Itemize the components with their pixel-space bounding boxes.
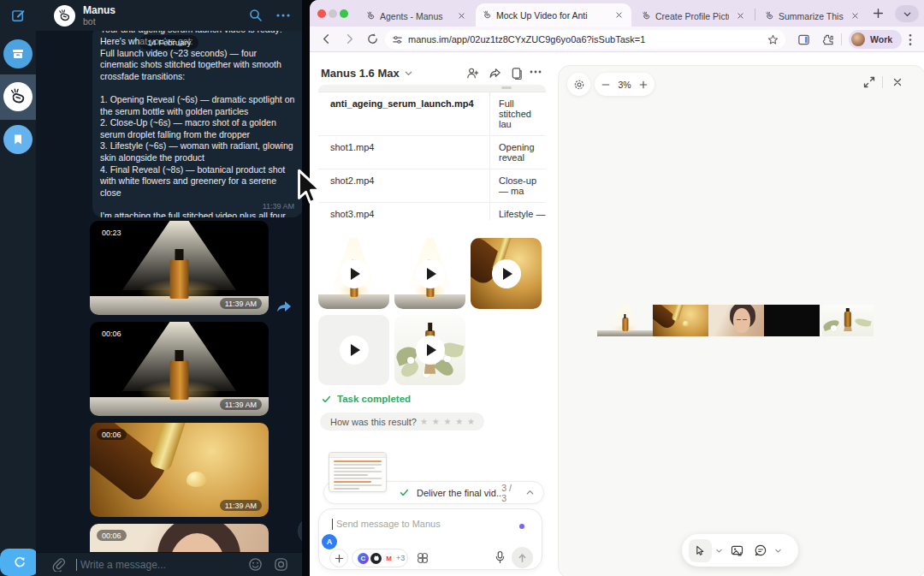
play-icon[interactable] (340, 336, 369, 365)
manus-message-input[interactable] (335, 518, 506, 530)
connectors-chip[interactable]: C M +3 (352, 549, 408, 567)
zoom-in-icon[interactable] (639, 80, 648, 89)
add-attachment-button[interactable] (329, 549, 348, 567)
filmstrip-frame-1[interactable] (597, 305, 653, 336)
terminal-snippet-thumb[interactable] (329, 452, 387, 492)
tab-strip: Agents - Manus Mock Up Video for Anti Cr… (310, 0, 924, 27)
extensions-puzzle-icon[interactable] (821, 33, 834, 46)
filmstrip-frame-4[interactable] (764, 305, 820, 336)
omnibox[interactable]: manus.im/app/02uz1tz8CYxZUC9g6yo0a6?isSu… (385, 30, 785, 49)
forward-icon[interactable] (343, 33, 356, 45)
sidebar-item-manus-chat[interactable] (3, 82, 33, 111)
side-panel-icon[interactable] (797, 33, 810, 46)
tab-create-profile-pictures[interactable]: Create Profile Pictures (635, 5, 753, 27)
video-thumb-shot1[interactable] (394, 238, 465, 309)
tab-search-button[interactable] (895, 5, 919, 22)
bookmark-star-icon[interactable] (767, 34, 779, 45)
filmstrip-frame-3[interactable] (708, 305, 764, 336)
video-thumb-shot2[interactable] (471, 238, 542, 309)
close-window-button[interactable] (317, 9, 326, 18)
text-caret (76, 559, 77, 571)
session-title[interactable]: Manus 1.6 Max (321, 67, 413, 80)
saved-messages-avatar[interactable] (3, 125, 33, 154)
message-cut-line: Your anti-ageing serum launch video is r… (100, 30, 295, 36)
video-message-1[interactable]: 00:23 11:39 AM (90, 221, 269, 315)
play-icon[interactable] (492, 259, 521, 288)
comment-tool-button[interactable] (750, 539, 771, 562)
reload-icon[interactable] (366, 33, 379, 45)
collaborator-badge: A (322, 534, 337, 549)
task-status: Task completed (322, 394, 411, 404)
cursor-tool-chevron[interactable] (715, 547, 723, 555)
video-filmstrip[interactable] (597, 305, 874, 336)
video-message-3[interactable]: 00:06 11:39 AM (90, 423, 269, 517)
zoom-control: 3% (595, 73, 654, 96)
table-scrollbar[interactable] (501, 86, 512, 89)
new-tab-icon[interactable] (873, 8, 884, 19)
check-icon (322, 395, 331, 404)
fullscreen-icon[interactable] (863, 76, 875, 88)
scroll-to-bottom-button[interactable] (298, 517, 302, 545)
session-menu-icon[interactable] (530, 70, 542, 74)
play-icon[interactable] (416, 259, 445, 288)
rating-prompt: How was this result? ★ ★ ★ ★ ★ (320, 413, 484, 431)
forward-arrow-icon[interactable] (276, 300, 292, 313)
close-tab-icon[interactable] (849, 10, 861, 22)
collapse-icon[interactable] (525, 488, 535, 497)
video-record-icon[interactable] (274, 557, 288, 572)
mic-icon[interactable] (495, 550, 506, 564)
table-row[interactable]: anti_ageing_serum_launch.mp4 Full stitch… (318, 92, 546, 136)
profile-chip[interactable]: Work (849, 30, 902, 49)
refresh-button[interactable] (0, 549, 38, 576)
search-icon[interactable] (249, 9, 263, 22)
play-icon[interactable] (340, 259, 369, 288)
video-duration-badge: 00:23 (97, 227, 127, 238)
share-icon[interactable] (489, 67, 501, 80)
comment-tool-chevron[interactable] (774, 547, 782, 555)
message-input[interactable] (79, 558, 224, 572)
tab-agents-manus[interactable]: Agents - Manus (359, 5, 474, 27)
send-button[interactable] (512, 547, 533, 568)
browser-window: Agents - Manus Mock Up Video for Anti Cr… (310, 0, 924, 576)
zoom-out-icon[interactable] (601, 80, 610, 89)
browser-menu-icon[interactable] (909, 33, 912, 46)
tab-mock-up-video[interactable]: Mock Up Video for Anti (476, 3, 631, 27)
tab-summarize-this-week[interactable]: Summarize This Week' (758, 5, 868, 27)
filmstrip-frame-2[interactable] (653, 305, 708, 336)
video-time-badge: 11:39 AM (220, 298, 262, 309)
table-scrolled-row (318, 85, 546, 92)
table-row[interactable]: shot2.mp4 Close-up — ma (318, 169, 546, 203)
compose-icon[interactable] (11, 9, 26, 23)
zoom-level: 3% (618, 80, 631, 90)
integrations-icon[interactable] (416, 551, 429, 565)
video-duration-badge: 00:06 (97, 328, 127, 339)
preview-settings-button[interactable] (567, 73, 590, 96)
table-row[interactable]: shot1.mp4 Opening reveal (318, 136, 546, 169)
screenshot-tool-button[interactable] (726, 539, 747, 562)
video-thumb-shot4[interactable] (394, 315, 465, 385)
close-tab-icon[interactable] (613, 9, 625, 21)
chat-menu-icon[interactable] (276, 14, 290, 17)
video-message-2[interactable]: 00:06 11:39 AM (90, 322, 269, 416)
video-thumb-shot3[interactable] (318, 315, 389, 385)
back-icon[interactable] (320, 33, 333, 45)
chat-avatar[interactable] (54, 5, 75, 27)
video-thumb-launch[interactable] (318, 238, 389, 309)
cursor-tool-button[interactable] (689, 539, 712, 562)
emoji-icon[interactable] (248, 557, 263, 572)
archived-chats-avatar[interactable] (3, 39, 33, 68)
rating-stars[interactable]: ★ ★ ★ ★ ★ (420, 417, 476, 426)
table-row[interactable]: shot3.mp4 Lifestyle — won (318, 203, 546, 220)
play-icon[interactable] (416, 336, 445, 365)
site-info-icon[interactable] (392, 34, 403, 45)
close-tab-icon[interactable] (734, 10, 746, 22)
task-progress-count: 3 / 3 (501, 483, 518, 503)
invite-member-icon[interactable] (466, 67, 479, 80)
filmstrip-frame-5[interactable] (822, 305, 874, 336)
minimize-window-button[interactable] (329, 9, 337, 18)
zoom-window-button[interactable] (340, 9, 348, 18)
close-preview-icon[interactable] (892, 77, 903, 87)
attach-icon[interactable] (51, 557, 66, 572)
close-tab-icon[interactable] (455, 10, 467, 22)
files-icon[interactable] (511, 67, 523, 80)
